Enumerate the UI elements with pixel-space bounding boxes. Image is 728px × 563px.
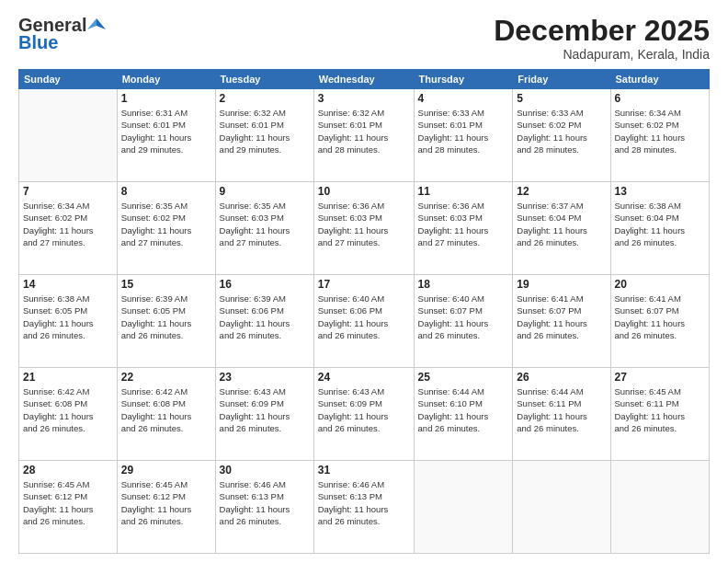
day-info: Sunrise: 6:31 AMSunset: 6:01 PMDaylight:… (121, 107, 211, 155)
day-number: 25 (418, 371, 509, 384)
col-friday: Friday (513, 70, 610, 89)
col-wednesday: Wednesday (313, 70, 414, 89)
col-thursday: Thursday (414, 70, 513, 89)
day-number: 21 (23, 371, 113, 384)
day-number: 18 (418, 278, 509, 291)
day-info: Sunrise: 6:42 AMSunset: 6:08 PMDaylight:… (23, 385, 113, 434)
month-title: December 2025 (494, 15, 710, 47)
table-row: 26Sunrise: 6:44 AMSunset: 6:11 PMDayligh… (513, 368, 610, 461)
day-info: Sunrise: 6:33 AMSunset: 6:02 PMDaylight:… (517, 107, 606, 155)
table-row (513, 461, 610, 554)
table-row: 19Sunrise: 6:41 AMSunset: 6:07 PMDayligh… (513, 275, 610, 368)
day-info: Sunrise: 6:38 AMSunset: 6:04 PMDaylight:… (615, 200, 706, 248)
day-number: 29 (121, 464, 211, 477)
day-number: 28 (23, 464, 113, 477)
col-saturday: Saturday (610, 70, 710, 89)
day-number: 7 (23, 185, 113, 198)
day-number: 13 (615, 185, 706, 198)
day-number: 20 (615, 278, 706, 291)
table-row: 23Sunrise: 6:43 AMSunset: 6:09 PMDayligh… (215, 368, 313, 461)
calendar-table: Sunday Monday Tuesday Wednesday Thursday… (18, 69, 710, 554)
page: General Blue December 2025 Nadapuram, Ke… (0, 0, 728, 563)
location: Nadapuram, Kerala, India (494, 47, 710, 62)
calendar-week-row: 1Sunrise: 6:31 AMSunset: 6:01 PMDaylight… (19, 89, 710, 182)
day-info: Sunrise: 6:39 AMSunset: 6:05 PMDaylight:… (121, 293, 211, 341)
table-row: 1Sunrise: 6:31 AMSunset: 6:01 PMDaylight… (117, 89, 215, 182)
day-info: Sunrise: 6:32 AMSunset: 6:01 PMDaylight:… (318, 107, 410, 155)
table-row: 21Sunrise: 6:42 AMSunset: 6:08 PMDayligh… (19, 368, 118, 461)
table-row: 11Sunrise: 6:36 AMSunset: 6:03 PMDayligh… (414, 182, 513, 275)
day-number: 22 (121, 371, 211, 384)
day-info: Sunrise: 6:34 AMSunset: 6:02 PMDaylight:… (615, 107, 706, 155)
day-number: 9 (220, 185, 310, 198)
table-row: 3Sunrise: 6:32 AMSunset: 6:01 PMDaylight… (313, 89, 414, 182)
table-row (414, 461, 513, 554)
day-info: Sunrise: 6:33 AMSunset: 6:01 PMDaylight:… (418, 107, 509, 155)
table-row: 12Sunrise: 6:37 AMSunset: 6:04 PMDayligh… (513, 182, 610, 275)
day-number: 11 (418, 185, 509, 198)
table-row: 4Sunrise: 6:33 AMSunset: 6:01 PMDaylight… (414, 89, 513, 182)
day-number: 27 (615, 371, 706, 384)
day-number: 5 (517, 92, 606, 105)
day-info: Sunrise: 6:36 AMSunset: 6:03 PMDaylight:… (418, 200, 509, 248)
day-info: Sunrise: 6:45 AMSunset: 6:12 PMDaylight:… (121, 478, 211, 527)
day-number: 14 (23, 278, 113, 291)
table-row: 22Sunrise: 6:42 AMSunset: 6:08 PMDayligh… (117, 368, 215, 461)
day-number: 26 (517, 371, 606, 384)
day-number: 16 (220, 278, 310, 291)
day-info: Sunrise: 6:40 AMSunset: 6:07 PMDaylight:… (418, 293, 509, 341)
table-row: 2Sunrise: 6:32 AMSunset: 6:01 PMDaylight… (215, 89, 313, 182)
logo-bird-icon (87, 17, 106, 35)
svg-marker-1 (87, 18, 97, 29)
day-number: 24 (318, 371, 410, 384)
logo-blue: Blue (18, 32, 58, 53)
day-info: Sunrise: 6:40 AMSunset: 6:06 PMDaylight:… (318, 293, 410, 341)
header: General Blue December 2025 Nadapuram, Ke… (18, 15, 710, 62)
day-info: Sunrise: 6:45 AMSunset: 6:11 PMDaylight:… (615, 385, 706, 434)
day-number: 3 (318, 92, 410, 105)
calendar-week-row: 14Sunrise: 6:38 AMSunset: 6:05 PMDayligh… (19, 275, 710, 368)
table-row: 7Sunrise: 6:34 AMSunset: 6:02 PMDaylight… (19, 182, 118, 275)
table-row: 6Sunrise: 6:34 AMSunset: 6:02 PMDaylight… (610, 89, 710, 182)
day-number: 2 (220, 92, 310, 105)
table-row: 9Sunrise: 6:35 AMSunset: 6:03 PMDaylight… (215, 182, 313, 275)
table-row: 29Sunrise: 6:45 AMSunset: 6:12 PMDayligh… (117, 461, 215, 554)
day-info: Sunrise: 6:44 AMSunset: 6:10 PMDaylight:… (418, 385, 509, 434)
day-number: 23 (220, 371, 310, 384)
table-row: 31Sunrise: 6:46 AMSunset: 6:13 PMDayligh… (313, 461, 414, 554)
day-info: Sunrise: 6:35 AMSunset: 6:02 PMDaylight:… (121, 200, 211, 248)
day-info: Sunrise: 6:32 AMSunset: 6:01 PMDaylight:… (220, 107, 310, 155)
table-row: 30Sunrise: 6:46 AMSunset: 6:13 PMDayligh… (215, 461, 313, 554)
table-row: 24Sunrise: 6:43 AMSunset: 6:09 PMDayligh… (313, 368, 414, 461)
day-info: Sunrise: 6:44 AMSunset: 6:11 PMDaylight:… (517, 385, 606, 434)
table-row: 27Sunrise: 6:45 AMSunset: 6:11 PMDayligh… (610, 368, 710, 461)
day-number: 17 (318, 278, 410, 291)
table-row: 18Sunrise: 6:40 AMSunset: 6:07 PMDayligh… (414, 275, 513, 368)
day-info: Sunrise: 6:35 AMSunset: 6:03 PMDaylight:… (220, 200, 310, 248)
day-info: Sunrise: 6:43 AMSunset: 6:09 PMDaylight:… (318, 385, 410, 434)
day-number: 30 (220, 464, 310, 477)
day-number: 1 (121, 92, 211, 105)
day-info: Sunrise: 6:37 AMSunset: 6:04 PMDaylight:… (517, 200, 606, 248)
day-number: 4 (418, 92, 509, 105)
day-number: 6 (615, 92, 706, 105)
table-row: 13Sunrise: 6:38 AMSunset: 6:04 PMDayligh… (610, 182, 710, 275)
table-row (610, 461, 710, 554)
col-sunday: Sunday (19, 70, 118, 89)
calendar-header-row: Sunday Monday Tuesday Wednesday Thursday… (19, 70, 710, 89)
day-info: Sunrise: 6:46 AMSunset: 6:13 PMDaylight:… (318, 478, 410, 527)
day-info: Sunrise: 6:45 AMSunset: 6:12 PMDaylight:… (23, 478, 113, 527)
table-row: 8Sunrise: 6:35 AMSunset: 6:02 PMDaylight… (117, 182, 215, 275)
col-monday: Monday (117, 70, 215, 89)
svg-marker-0 (97, 18, 106, 29)
calendar-week-row: 7Sunrise: 6:34 AMSunset: 6:02 PMDaylight… (19, 182, 710, 275)
table-row: 15Sunrise: 6:39 AMSunset: 6:05 PMDayligh… (117, 275, 215, 368)
title-area: December 2025 Nadapuram, Kerala, India (494, 15, 710, 62)
day-info: Sunrise: 6:38 AMSunset: 6:05 PMDaylight:… (23, 293, 113, 341)
day-number: 31 (318, 464, 410, 477)
table-row (19, 89, 118, 182)
day-info: Sunrise: 6:43 AMSunset: 6:09 PMDaylight:… (220, 385, 310, 434)
logo: General Blue (18, 15, 107, 53)
table-row: 16Sunrise: 6:39 AMSunset: 6:06 PMDayligh… (215, 275, 313, 368)
day-info: Sunrise: 6:42 AMSunset: 6:08 PMDaylight:… (121, 385, 211, 434)
